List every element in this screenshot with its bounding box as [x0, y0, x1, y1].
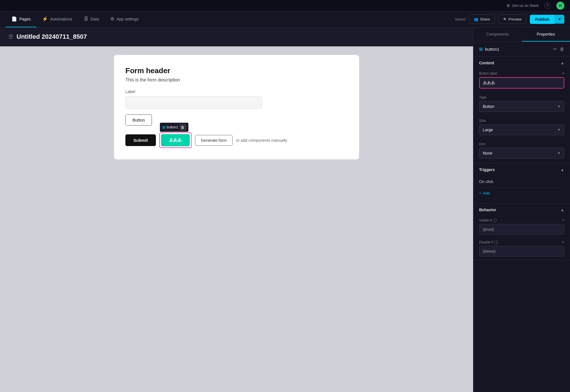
triggers-section: Triggers ▲ On click + Add — [473, 163, 570, 204]
navbar: 📄 Pages ⚡ Automations 🗄 Data ⚙ App setti… — [0, 11, 570, 27]
disable-if-field: Disable if i ↗ {{false}} — [473, 238, 570, 260]
automations-icon: ⚡ — [42, 16, 48, 22]
button-label-input[interactable] — [479, 77, 564, 89]
component-panel-name: button1 — [485, 47, 499, 52]
visible-if-label: Visible if i ↗ — [479, 218, 564, 222]
icon-label-text: Icon — [479, 142, 486, 146]
delete-component-panel-button[interactable]: 🗑 — [560, 46, 564, 52]
component-toolbar: ⊞ button1 🗑 — [160, 123, 188, 132]
saved-status: Saved — [455, 17, 465, 21]
tab-pages[interactable]: 📄 Pages — [6, 11, 36, 27]
main-layout: ☰ Untitled 20240711_8507 Form header Thi… — [0, 27, 570, 392]
canvas-area: ☰ Untitled 20240711_8507 Form header Thi… — [0, 27, 473, 392]
hamburger-icon[interactable]: ☰ — [9, 34, 13, 40]
type-select[interactable]: Button ▼ — [479, 101, 564, 112]
component-name-row: ⊞ button1 — [479, 46, 499, 52]
behavior-section-header[interactable]: Behavior ▲ — [473, 204, 570, 216]
triggers-content: On click + Add — [473, 176, 570, 203]
type-label-text: Type — [479, 95, 486, 99]
tab-automations[interactable]: ⚡ Automations — [36, 11, 78, 27]
panel-tabs: Components Properties — [473, 27, 570, 42]
share-icon: 👥 — [474, 17, 478, 21]
tab-properties[interactable]: Properties — [522, 27, 570, 42]
slack-grid-icon: ⊞ — [507, 3, 510, 8]
submit-button[interactable]: Submit — [125, 134, 156, 146]
panel-component-header: ⊞ button1 ✏ 🗑 — [473, 42, 570, 57]
publish-btn-group: Publish ▼ — [530, 15, 564, 24]
edit-component-button[interactable]: ✏ — [553, 46, 557, 52]
button-label-field: Button label ↗ — [473, 69, 570, 93]
publish-dropdown-button[interactable]: ▼ — [555, 15, 564, 24]
topbar: ⊞ Join us on Slack ? H — [0, 0, 570, 11]
button-row: Button — [125, 114, 348, 126]
tab-components[interactable]: Components — [473, 27, 522, 42]
content-collapse-icon: ▲ — [560, 61, 564, 65]
user-avatar[interactable]: H — [556, 2, 564, 10]
avatar-label: H — [559, 3, 561, 8]
type-label: Type — [479, 95, 564, 99]
on-click-trigger[interactable]: On click — [479, 176, 564, 188]
right-panel: Components Properties ⊞ button1 ✏ 🗑 Cont… — [473, 27, 570, 392]
disable-if-expand-icon[interactable]: ↗ — [561, 240, 564, 244]
size-field: Size Large ▼ — [473, 116, 570, 140]
button-component[interactable]: Button — [125, 114, 152, 126]
form-label: Label — [125, 89, 348, 94]
button-label-label: Button label ↗ — [479, 71, 564, 75]
slack-link[interactable]: ⊞ Join us on Slack — [507, 3, 539, 8]
action-row: Submit ⊞ button1 🗑 あああ — [125, 132, 348, 148]
behavior-title: Behavior — [479, 208, 496, 212]
preview-label: Preview — [508, 17, 522, 21]
icon-label: Icon — [479, 142, 564, 146]
publish-label: Publish — [535, 17, 549, 22]
publish-chevron-icon: ▼ — [558, 17, 561, 21]
visible-if-expand-icon[interactable]: ↗ — [561, 218, 564, 222]
component-border: ⊞ button1 🗑 あああ — [159, 132, 192, 148]
tab-app-settings[interactable]: ⚙ App settings — [105, 11, 144, 27]
content-section-header[interactable]: Content ▲ — [473, 57, 570, 69]
component-name-label: button1 — [167, 125, 178, 129]
type-chevron-icon: ▼ — [557, 104, 561, 108]
delete-component-button[interactable]: 🗑 — [179, 124, 186, 131]
add-trigger-plus-icon: + — [479, 191, 481, 195]
triggers-collapse-icon: ▲ — [560, 167, 564, 172]
aaa-button[interactable]: あああ — [161, 134, 190, 146]
generate-form-button[interactable]: Generate form — [195, 135, 233, 146]
slack-label: Join us on Slack — [512, 3, 539, 8]
tab-data[interactable]: 🗄 Data — [78, 11, 105, 27]
visible-if-info-icon: i — [493, 218, 497, 222]
expand-button-label-icon[interactable]: ↗ — [561, 71, 564, 75]
visible-if-value[interactable]: {{true}} — [479, 224, 564, 235]
size-label-text: Size — [479, 119, 486, 123]
disable-if-text: Disable if — [479, 240, 493, 244]
help-button[interactable]: ? — [544, 3, 551, 9]
disable-if-info-icon: i — [494, 240, 498, 244]
share-label: Share — [480, 17, 490, 21]
page-header: ☰ Untitled 20240711_8507 — [0, 27, 473, 46]
triggers-section-header[interactable]: Triggers ▲ — [473, 163, 570, 176]
icon-chevron-icon: ▼ — [557, 151, 561, 155]
app-settings-tab-label: App settings — [117, 17, 139, 21]
visible-if-field: Visible if i ↗ {{true}} — [473, 216, 570, 238]
disable-if-value[interactable]: {{false}} — [479, 246, 564, 256]
icon-select[interactable]: None ▼ — [479, 148, 564, 159]
icon-field: Icon None ▼ — [473, 140, 570, 163]
preview-icon: 👁 — [503, 17, 507, 21]
share-button[interactable]: 👥 Share — [469, 15, 495, 24]
or-add-text: or add components manually — [236, 138, 287, 143]
form-description: This is the form description — [125, 77, 348, 83]
size-label: Size — [479, 119, 564, 123]
triggers-title: Triggers — [479, 167, 495, 172]
canvas-content[interactable]: Form header This is the form description… — [0, 46, 473, 392]
selected-component-wrapper: ⊞ button1 🗑 あああ — [159, 132, 192, 148]
component-toolbar-name: ⊞ button1 — [162, 125, 178, 130]
publish-button[interactable]: Publish — [530, 15, 555, 24]
form-input[interactable] — [125, 96, 262, 109]
size-select[interactable]: Large ▼ — [479, 124, 564, 135]
help-icon: ? — [547, 4, 549, 8]
pages-icon: 📄 — [11, 16, 17, 22]
preview-button[interactable]: 👁 Preview — [498, 15, 526, 24]
visible-if-text: Visible if — [479, 218, 492, 222]
icon-value: None — [483, 151, 492, 155]
add-trigger-row[interactable]: + Add — [479, 188, 564, 199]
data-icon: 🗄 — [84, 17, 88, 22]
